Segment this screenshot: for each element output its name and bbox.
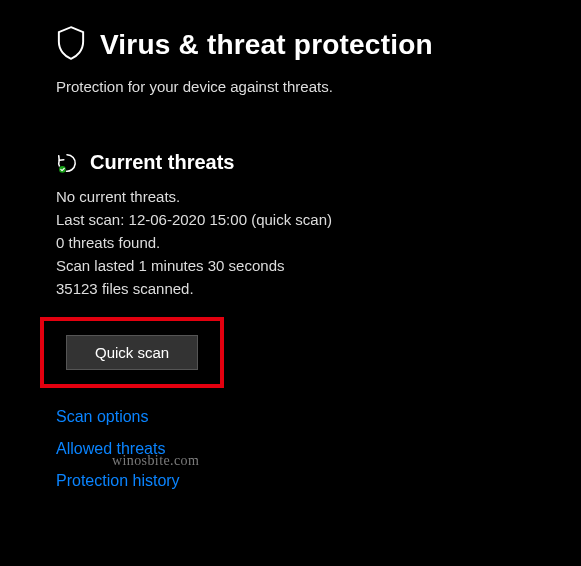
highlight-box: Quick scan [40,317,224,388]
current-threats-title: Current threats [90,151,234,174]
scan-options-link[interactable]: Scan options [56,408,149,426]
scan-duration: Scan lasted 1 minutes 30 seconds [56,257,563,274]
history-check-icon [56,152,78,174]
current-threats-header: Current threats [56,151,563,174]
page-header: Virus & threat protection [56,26,563,64]
shield-icon [56,26,86,64]
svg-point-1 [59,166,66,173]
protection-history-link[interactable]: Protection history [56,472,180,490]
page-title: Virus & threat protection [100,29,433,61]
allowed-threats-link[interactable]: Allowed threats [56,440,165,458]
threats-found: 0 threats found. [56,234,563,251]
quick-scan-button[interactable]: Quick scan [66,335,198,370]
last-scan-info: Last scan: 12-06-2020 15:00 (quick scan) [56,211,563,228]
threat-status: No current threats. [56,188,563,205]
files-scanned: 35123 files scanned. [56,280,563,297]
page-subtitle: Protection for your device against threa… [56,78,563,95]
